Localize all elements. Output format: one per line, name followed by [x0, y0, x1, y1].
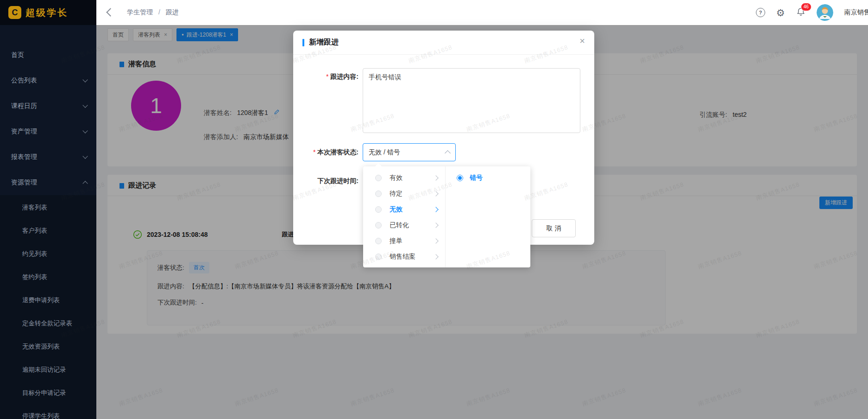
- chevron-down-icon: [82, 128, 88, 133]
- chevron-up-icon: [82, 181, 88, 186]
- status-label: *本次潜客状态:: [293, 148, 359, 157]
- chevron-right-icon: [433, 222, 438, 228]
- sidebar-item-invalid-resources[interactable]: 无效资源列表: [0, 335, 96, 358]
- dropdown-primary-column: 有效 待定 无效 已转化 撞单: [363, 166, 446, 267]
- sidebar-item-label: 资产管理: [11, 127, 83, 136]
- radio-icon: [375, 206, 382, 213]
- sidebar-item-report-mgmt[interactable]: 报表管理: [0, 144, 96, 170]
- title-bar-icon: [302, 39, 304, 46]
- username[interactable]: 南京销售A: [844, 8, 868, 17]
- chevron-right-icon: [433, 191, 438, 196]
- sidebar-item-label: 公告列表: [11, 76, 83, 85]
- sidebar-item-asset-mgmt[interactable]: 资产管理: [0, 119, 96, 144]
- sidebar: C 超级学长 首页 公告列表 课程日历 资产管理 报表管理: [0, 0, 96, 419]
- chevron-down-icon: [82, 102, 88, 108]
- gear-icon[interactable]: ⚙: [776, 8, 785, 18]
- content-label: *跟进内容:: [293, 73, 359, 81]
- sidebar-item-announcements[interactable]: 公告列表: [0, 68, 96, 93]
- radio-selected-icon: [457, 175, 463, 181]
- modal-header: 新增跟进 ×: [293, 31, 594, 55]
- option-closed[interactable]: 销售结案: [363, 249, 445, 265]
- option-label: 有效: [390, 174, 434, 182]
- breadcrumb-page: 跟进: [166, 8, 179, 16]
- breadcrumb: 学生管理 / 跟进: [127, 8, 179, 17]
- chevron-right-icon: [433, 207, 438, 212]
- option-valid[interactable]: 有效: [363, 170, 445, 186]
- option-pending[interactable]: 待定: [363, 186, 445, 202]
- select-value: 无效 / 错号: [369, 148, 446, 157]
- option-wrong-number[interactable]: 错号: [446, 170, 530, 186]
- sidebar-item-overdue-records[interactable]: 逾期未回访记录: [0, 358, 96, 381]
- navbar-right: ? ⚙ 46 南京销售A: [756, 0, 868, 25]
- followup-content-input[interactable]: 手机号错误: [363, 68, 580, 133]
- radio-icon: [375, 175, 382, 181]
- option-duplicate[interactable]: 撞单: [363, 233, 445, 249]
- chevron-right-icon: [433, 238, 438, 243]
- breadcrumb-separator: /: [158, 8, 160, 16]
- chevron-right-icon: [433, 254, 438, 259]
- required-asterisk: *: [326, 73, 328, 80]
- logo-text: 超级学长: [25, 6, 68, 19]
- option-label: 无效: [390, 205, 434, 214]
- top-navbar: 学生管理 / 跟进 ? ⚙ 46: [96, 0, 868, 25]
- notifications[interactable]: 46: [796, 7, 805, 19]
- sidebar-item-label: 课程日历: [11, 102, 83, 110]
- chevron-down-icon: [82, 77, 88, 82]
- radio-icon: [375, 254, 382, 260]
- logo-icon: C: [8, 6, 21, 19]
- sidebar-item-appointment-list[interactable]: 约见列表: [0, 242, 96, 266]
- sidebar-item-lead-list[interactable]: 潜客列表: [0, 196, 96, 219]
- notification-badge: 46: [801, 3, 811, 11]
- chevron-right-icon: [433, 175, 438, 180]
- option-label: 待定: [390, 190, 434, 198]
- option-invalid[interactable]: 无效: [363, 202, 445, 217]
- lead-status-select[interactable]: 无效 / 错号: [363, 143, 456, 161]
- sidebar-item-contract-list[interactable]: 签约列表: [0, 266, 96, 289]
- sidebar-item-label: 首页: [11, 51, 87, 59]
- sidebar-item-label: 报表管理: [11, 153, 83, 161]
- sidebar-item-label: 资源管理: [11, 178, 83, 187]
- sidebar-item-customer-list[interactable]: 客户列表: [0, 219, 96, 242]
- sidebar-item-course-calendar[interactable]: 课程日历: [0, 93, 96, 119]
- sidebar-submenu: 潜客列表 客户列表 约见列表 签约列表 退费申请列表 定金转全款记录表 无效资源…: [0, 195, 96, 419]
- chevron-down-icon: [82, 153, 88, 159]
- breadcrumb-section[interactable]: 学生管理: [127, 8, 153, 16]
- option-label: 已转化: [390, 221, 434, 229]
- status-dropdown: 有效 待定 无效 已转化 撞单: [363, 166, 530, 267]
- app-window: C 超级学长 首页 公告列表 课程日历 资产管理 报表管理: [0, 0, 868, 419]
- chevron-up-icon: [445, 150, 451, 156]
- cancel-button[interactable]: 取 消: [532, 219, 576, 237]
- sidebar-menu: 首页 公告列表 课程日历 资产管理 报表管理 资源管理: [0, 25, 96, 419]
- radio-icon: [375, 222, 382, 229]
- modal-title: 新增跟进: [309, 38, 339, 47]
- close-icon[interactable]: ×: [579, 36, 585, 45]
- next-time-label: 下次跟进时间:: [293, 177, 359, 185]
- option-label: 错号: [470, 174, 483, 182]
- radio-icon: [375, 238, 382, 244]
- sidebar-item-deposit-records[interactable]: 定金转全款记录表: [0, 312, 96, 335]
- help-icon[interactable]: ?: [756, 8, 765, 17]
- dropdown-secondary-column: 错号: [446, 166, 530, 267]
- sidebar-item-refund-list[interactable]: 退费申请列表: [0, 289, 96, 312]
- option-label: 销售结案: [390, 253, 434, 261]
- app-logo: C 超级学长: [0, 0, 96, 25]
- option-label: 撞单: [390, 237, 434, 245]
- sidebar-item-resource-mgmt[interactable]: 资源管理: [0, 170, 96, 195]
- sidebar-item-suspended-students[interactable]: 停课学生列表: [0, 405, 96, 419]
- sidebar-item-home[interactable]: 首页: [0, 42, 96, 68]
- option-converted[interactable]: 已转化: [363, 217, 445, 233]
- back-icon[interactable]: [106, 8, 114, 16]
- radio-icon: [375, 190, 382, 197]
- required-asterisk: *: [313, 148, 315, 156]
- avatar[interactable]: [817, 4, 833, 21]
- sidebar-item-target-records[interactable]: 目标分申请记录: [0, 381, 96, 405]
